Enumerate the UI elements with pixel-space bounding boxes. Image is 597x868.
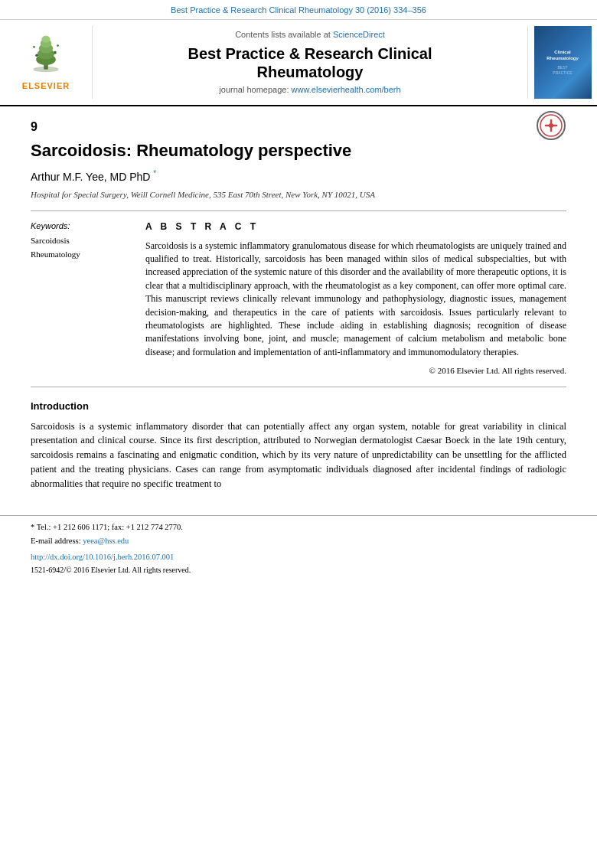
footnote-email-line: E-mail address: yeea@hss.edu [31, 536, 566, 547]
journal-homepage: journal homepage: www.elsevierhealth.com… [100, 84, 520, 96]
journal-title: Best Practice & Research Clinical Rheuma… [100, 44, 520, 81]
abstract-section: Keywords: Sarcoidosis Rheumatology A B S… [31, 220, 566, 377]
crossmark-icon [536, 110, 566, 141]
affiliation: Hospital for Special Surgery, Weill Corn… [31, 189, 566, 201]
journal-citation-text: Best Practice & Research Clinical Rheuma… [171, 5, 426, 15]
homepage-label: journal homepage: [219, 85, 291, 94]
divider-1 [31, 210, 566, 211]
keywords-title: Keywords: [31, 220, 130, 232]
cover-text: ClinicalRheumatology [546, 50, 579, 62]
sciencedirect-link[interactable]: ScienceDirect [333, 30, 385, 39]
svg-point-13 [549, 123, 553, 128]
main-content: 9 Sarcoidosis: Rheumatology perspective … [0, 106, 597, 503]
journal-header: ELSEVIER Contents lists available at Sci… [0, 20, 597, 106]
footnote-contact: * Tel.: +1 212 606 1171; fax: +1 212 774… [31, 522, 566, 534]
svg-point-7 [35, 54, 38, 57]
email-link[interactable]: yeea@hss.edu [83, 537, 129, 545]
elsevier-logo: ELSEVIER [19, 33, 73, 93]
journal-citation-banner: Best Practice & Research Clinical Rheuma… [0, 0, 597, 20]
footer-copyright: 1521-6942/© 2016 Elsevier Ltd. All right… [31, 565, 566, 576]
doi-link[interactable]: http://dx.doi.org/10.1016/j.berh.2016.07… [31, 553, 174, 561]
keyword-sarcoidosis: Sarcoidosis [31, 235, 130, 246]
author-line: Arthur M.F. Yee, MD PhD * [31, 168, 566, 184]
svg-point-6 [42, 36, 51, 43]
divider-2 [31, 387, 566, 387]
contents-line: Contents lists available at ScienceDirec… [100, 29, 520, 41]
copyright-line: © 2016 Elsevier Ltd. All rights reserved… [145, 365, 566, 377]
elsevier-tree-icon [19, 33, 73, 75]
elsevier-logo-container: ELSEVIER [0, 26, 92, 99]
abstract-heading: A B S T R A C T [145, 220, 566, 233]
journal-cover-image: ClinicalRheumatology BESTPRACTICE [534, 26, 592, 99]
journal-info-center: Contents lists available at ScienceDirec… [92, 26, 528, 99]
keywords-panel: Keywords: Sarcoidosis Rheumatology [31, 220, 130, 377]
svg-point-8 [54, 51, 57, 54]
asterisk-note: * Tel.: +1 212 606 1171; fax: +1 212 774… [31, 523, 183, 531]
journal-title-line1: Best Practice & Research Clinical [188, 45, 432, 62]
svg-point-10 [57, 44, 59, 47]
svg-point-1 [34, 67, 59, 72]
footer-section: * Tel.: +1 212 606 1171; fax: +1 212 774… [0, 515, 597, 582]
email-label: E-mail address: [31, 537, 83, 545]
intro-heading: Introduction [31, 400, 566, 413]
abstract-text: Sarcoidosis is a systemic inflammatory g… [145, 240, 566, 360]
homepage-link[interactable]: www.elsevierhealth.com/berh [292, 85, 401, 94]
svg-point-9 [33, 46, 35, 48]
contents-label: Contents lists available at [235, 30, 333, 39]
abstract-panel: A B S T R A C T Sarcoidosis is a systemi… [145, 220, 566, 377]
journal-cover-right: ClinicalRheumatology BESTPRACTICE [528, 26, 597, 99]
author-name: Arthur M.F. Yee, MD PhD [31, 171, 150, 183]
journal-title-line2: Rheumatology [257, 64, 364, 80]
author-asterisk: * [153, 169, 156, 178]
article-number: 9 [31, 119, 566, 135]
article-title: Sarcoidosis: Rheumatology perspective [31, 141, 566, 161]
intro-section: Introduction Sarcoidosis is a systemic i… [31, 400, 566, 491]
crossmark-container [536, 110, 566, 145]
keyword-rheumatology: Rheumatology [31, 249, 130, 260]
intro-text: Sarcoidosis is a systemic inflammatory d… [31, 419, 566, 491]
elsevier-brand-text: ELSEVIER [19, 80, 73, 92]
